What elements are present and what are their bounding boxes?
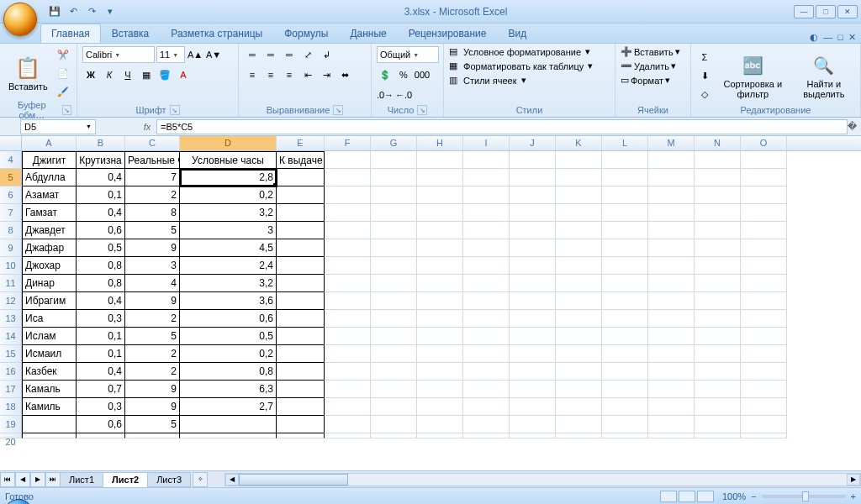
col-header-F[interactable]: F <box>325 136 371 150</box>
cell[interactable]: 0,5 <box>180 328 277 345</box>
cell[interactable] <box>695 416 741 433</box>
cell[interactable]: Реальные часы <box>125 151 180 169</box>
cell[interactable]: 0,4 <box>77 363 125 381</box>
cell[interactable] <box>371 204 417 222</box>
cell[interactable]: 0,1 <box>77 186 125 204</box>
cell[interactable]: 3,6 <box>180 292 277 310</box>
cell[interactable] <box>602 416 648 433</box>
cell[interactable] <box>741 310 787 328</box>
cell[interactable] <box>417 398 463 416</box>
cell[interactable]: Казбек <box>22 363 77 381</box>
wrap-text-button[interactable]: ↲ <box>318 46 335 63</box>
cell[interactable] <box>463 151 510 169</box>
cell[interactable] <box>556 239 602 257</box>
cell[interactable]: 4 <box>125 275 180 292</box>
cell[interactable] <box>510 204 556 222</box>
cell[interactable]: 0,6 <box>180 310 277 328</box>
fx-icon[interactable]: fx <box>138 122 156 132</box>
align-top-button[interactable]: ═ <box>244 46 261 63</box>
cell[interactable]: 0,4 <box>77 204 125 222</box>
dialog-launcher-icon[interactable]: ↘ <box>170 105 180 115</box>
fill-color-button[interactable]: 🪣 <box>156 66 173 83</box>
ribbon-tab-5[interactable]: Рецензирование <box>398 24 498 43</box>
conditional-formatting-button[interactable]: ▤ Условное форматирование ▾ <box>449 46 610 57</box>
cell[interactable] <box>695 433 741 438</box>
align-right-button[interactable]: ≡ <box>281 66 298 83</box>
cell[interactable] <box>602 239 648 257</box>
sheet-tab[interactable]: Лист2 <box>103 472 148 487</box>
cell[interactable] <box>371 345 417 363</box>
row-header[interactable]: 18 <box>0 398 22 416</box>
cell[interactable] <box>648 186 695 204</box>
cell[interactable] <box>22 433 77 438</box>
cell[interactable] <box>325 398 371 416</box>
cell[interactable] <box>648 345 695 363</box>
ribbon-restore-icon[interactable]: □ <box>837 32 843 43</box>
zoom-slider[interactable] <box>762 495 846 498</box>
page-layout-view-button[interactable] <box>679 491 695 502</box>
cell[interactable] <box>556 433 602 438</box>
cell[interactable] <box>741 257 787 275</box>
cell[interactable]: Ибрагим <box>22 292 77 310</box>
cell[interactable]: 5 <box>125 222 180 239</box>
cell[interactable] <box>417 169 463 186</box>
row-header[interactable]: 10 <box>0 257 22 275</box>
ribbon-tab-4[interactable]: Данные <box>339 24 397 43</box>
save-button[interactable]: 💾 <box>47 4 62 19</box>
cell[interactable] <box>417 310 463 328</box>
cell[interactable] <box>648 433 695 438</box>
row-header[interactable]: 15 <box>0 345 22 363</box>
cell[interactable]: 2,7 <box>180 398 277 416</box>
cell[interactable]: 7 <box>125 169 180 186</box>
formula-input[interactable]: =B5*C5 <box>156 119 848 134</box>
cell[interactable] <box>695 328 741 345</box>
cell[interactable]: 0,6 <box>77 416 125 433</box>
cell[interactable] <box>325 151 371 169</box>
row-header[interactable]: 6 <box>0 186 22 204</box>
cell[interactable]: Камаль <box>22 381 77 398</box>
cell[interactable]: 2,4 <box>180 257 277 275</box>
bold-button[interactable]: Ж <box>82 66 99 83</box>
ribbon-tab-1[interactable]: Вставка <box>101 24 161 43</box>
col-header-J[interactable]: J <box>510 136 556 150</box>
cell[interactable] <box>556 204 602 222</box>
cell[interactable]: 0,2 <box>180 345 277 363</box>
cell[interactable]: Камиль <box>22 398 77 416</box>
cell[interactable] <box>510 222 556 239</box>
dialog-launcher-icon[interactable]: ↘ <box>333 105 343 115</box>
percent-button[interactable]: % <box>395 66 412 83</box>
help-icon[interactable]: ◐ <box>810 32 818 43</box>
cell[interactable] <box>417 363 463 381</box>
cell[interactable] <box>695 292 741 310</box>
decrease-decimal-button[interactable]: ←.0 <box>395 87 412 103</box>
cell[interactable] <box>325 222 371 239</box>
cell[interactable] <box>371 151 417 169</box>
cell[interactable] <box>277 363 325 381</box>
cell[interactable] <box>277 416 325 433</box>
align-center-button[interactable]: ≡ <box>262 66 279 83</box>
row-header[interactable]: 8 <box>0 222 22 239</box>
cell[interactable]: 5 <box>125 328 180 345</box>
format-cells-button[interactable]: ▭ Формат ▾ <box>621 75 685 86</box>
comma-button[interactable]: 000 <box>414 66 430 83</box>
cell[interactable] <box>695 186 741 204</box>
row-header[interactable]: 14 <box>0 328 22 345</box>
cell[interactable]: 2 <box>125 363 180 381</box>
cell[interactable]: 3 <box>180 222 277 239</box>
cell[interactable] <box>602 328 648 345</box>
cell[interactable] <box>371 381 417 398</box>
cell[interactable] <box>741 222 787 239</box>
cell[interactable] <box>371 416 417 433</box>
scroll-left-button[interactable]: ◀ <box>225 474 239 486</box>
cell[interactable] <box>463 186 510 204</box>
cell[interactable] <box>556 151 602 169</box>
cell[interactable] <box>648 169 695 186</box>
cell[interactable]: Крутизна <box>77 151 125 169</box>
cell[interactable] <box>510 310 556 328</box>
cell[interactable] <box>648 275 695 292</box>
cell[interactable] <box>325 275 371 292</box>
cell[interactable] <box>695 204 741 222</box>
underline-button[interactable]: Ч <box>119 66 136 83</box>
cell[interactable]: 0,3 <box>77 310 125 328</box>
cell[interactable] <box>510 292 556 310</box>
